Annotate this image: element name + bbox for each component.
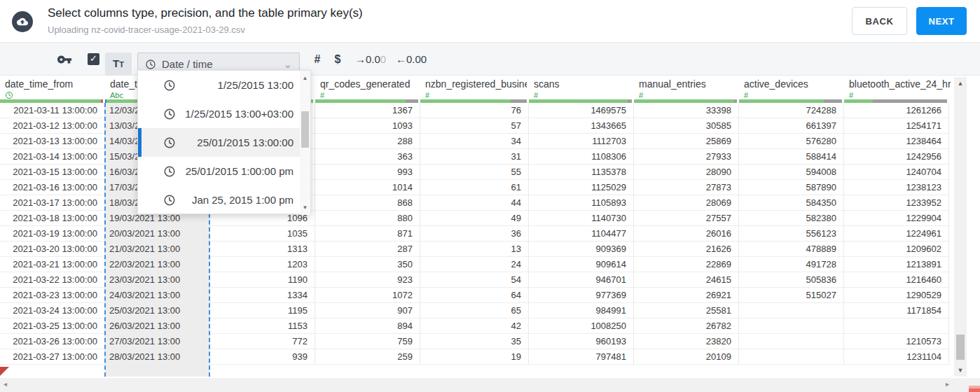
table-cell[interactable]: 797481: [529, 349, 634, 364]
table-cell[interactable]: 28090: [634, 164, 739, 179]
table-cell[interactable]: 939: [210, 349, 315, 364]
table-cell[interactable]: 1313: [210, 241, 315, 256]
table-cell[interactable]: [739, 318, 844, 333]
table-cell[interactable]: 1108306: [529, 149, 634, 164]
table-cell[interactable]: [739, 303, 844, 318]
table-cell[interactable]: 1213891: [844, 257, 949, 272]
dropdown-item[interactable]: Jan 25, 2015 1:00 pm: [138, 186, 301, 214]
primary-key-icon[interactable]: [55, 43, 74, 76]
table-cell[interactable]: 724288: [739, 103, 844, 118]
table-cell[interactable]: 61: [420, 180, 529, 195]
table-cell[interactable]: 57: [420, 118, 529, 133]
table-cell[interactable]: 26921: [634, 288, 739, 302]
table-cell[interactable]: 478889: [739, 241, 844, 256]
table-cell[interactable]: 1469575: [529, 103, 634, 118]
table-cell[interactable]: 2021-03-21 13:00:00: [0, 257, 105, 272]
integer-type-button[interactable]: #: [309, 43, 326, 76]
decrease-decimal-button[interactable]: ←0.00: [396, 43, 427, 76]
table-cell[interactable]: 1153: [210, 318, 315, 333]
table-cell[interactable]: 20109: [634, 349, 739, 364]
table-cell[interactable]: 960193: [529, 334, 634, 349]
table-cell[interactable]: [844, 318, 949, 333]
dropdown-scrollbar-thumb[interactable]: [301, 111, 309, 148]
table-cell[interactable]: 31: [420, 149, 529, 164]
vertical-scrollbar-thumb[interactable]: [956, 335, 965, 360]
table-cell[interactable]: 946701: [529, 272, 634, 287]
table-cell[interactable]: 1216460: [844, 272, 949, 287]
table-cell[interactable]: 1238123: [844, 180, 949, 195]
table-cell[interactable]: 1125029: [529, 180, 634, 195]
table-cell[interactable]: 42: [420, 318, 529, 333]
table-cell[interactable]: 1224961: [844, 226, 949, 241]
table-cell[interactable]: 30585: [634, 118, 739, 133]
table-cell[interactable]: 350: [315, 257, 420, 272]
table-cell[interactable]: 65: [420, 303, 529, 318]
currency-type-button[interactable]: $: [329, 43, 346, 76]
table-cell[interactable]: 515027: [739, 288, 844, 302]
table-cell[interactable]: 2021-03-23 13:00:00: [0, 288, 105, 302]
table-cell[interactable]: 2021-03-26 13:00:00: [0, 334, 105, 349]
table-cell[interactable]: 1334: [210, 288, 315, 302]
table-cell[interactable]: 26016: [634, 226, 739, 241]
table-cell[interactable]: 76: [420, 103, 529, 118]
table-cell[interactable]: 1203: [210, 257, 315, 272]
table-cell[interactable]: 259: [315, 349, 420, 364]
table-cell[interactable]: 894: [315, 318, 420, 333]
table-cell[interactable]: 1093: [315, 118, 420, 133]
table-cell[interactable]: 23/03/2021 13:00: [105, 272, 210, 287]
table-cell[interactable]: 44: [420, 195, 529, 210]
table-cell[interactable]: 993: [315, 164, 420, 179]
table-cell[interactable]: 584350: [739, 195, 844, 210]
table-cell[interactable]: 2021-03-14 13:00:00: [0, 149, 105, 164]
table-cell[interactable]: 36: [420, 226, 529, 241]
table-cell[interactable]: 13: [420, 241, 529, 256]
table-cell[interactable]: 772: [210, 334, 315, 349]
table-cell[interactable]: [739, 334, 844, 349]
dropdown-scrollbar[interactable]: ▲ ▼: [300, 71, 310, 215]
table-cell[interactable]: 491728: [739, 257, 844, 272]
table-cell[interactable]: 35: [420, 334, 529, 349]
table-cell[interactable]: 25581: [634, 303, 739, 318]
text-type-button[interactable]: Tt: [105, 52, 132, 76]
table-cell[interactable]: 1209602: [844, 241, 949, 256]
table-cell[interactable]: 2021-03-19 13:00:00: [0, 226, 105, 241]
table-cell[interactable]: 880: [315, 211, 420, 225]
table-cell[interactable]: 33398: [634, 103, 739, 118]
table-cell[interactable]: 20/03/2021 13:00: [105, 226, 210, 241]
table-cell[interactable]: 1171854: [844, 303, 949, 318]
dropdown-item[interactable]: 1/25/2015 13:00+03:00: [138, 99, 301, 128]
table-cell[interactable]: 2021-03-24 13:00:00: [0, 303, 105, 318]
table-cell[interactable]: 28069: [634, 195, 739, 210]
scroll-up-icon[interactable]: ▲: [300, 75, 310, 81]
table-cell[interactable]: 288: [315, 134, 420, 148]
vertical-scrollbar[interactable]: ▲ ▼: [954, 77, 967, 377]
table-cell[interactable]: 27/03/2021 13:00: [105, 334, 210, 349]
increase-decimal-button[interactable]: →0.00: [355, 43, 386, 76]
table-cell[interactable]: 594008: [739, 164, 844, 179]
table-cell[interactable]: 1140730: [529, 211, 634, 225]
table-cell[interactable]: 2021-03-22 13:00:00: [0, 272, 105, 287]
table-cell[interactable]: 27873: [634, 180, 739, 195]
table-cell[interactable]: 55: [420, 164, 529, 179]
table-cell[interactable]: 1112703: [529, 134, 634, 148]
table-cell[interactable]: 287: [315, 241, 420, 256]
table-cell[interactable]: 1254171: [844, 118, 949, 133]
table-cell[interactable]: 1242956: [844, 149, 949, 164]
dropdown-item[interactable]: 1/25/2015 13:00: [138, 71, 301, 99]
column-header-date_time_from[interactable]: date_time_from: [0, 76, 105, 103]
include-column-checkbox[interactable]: ✓: [88, 53, 99, 65]
table-cell[interactable]: 2021-03-20 13:00:00: [0, 241, 105, 256]
table-cell[interactable]: 1233952: [844, 195, 949, 210]
table-cell[interactable]: 25/03/2021 13:00: [105, 303, 210, 318]
table-cell[interactable]: 759: [315, 334, 420, 349]
scroll-up-icon[interactable]: ▲: [954, 80, 967, 87]
table-cell[interactable]: 22869: [634, 257, 739, 272]
table-cell[interactable]: 1104477: [529, 226, 634, 241]
table-cell[interactable]: 27933: [634, 149, 739, 164]
table-cell[interactable]: 556123: [739, 226, 844, 241]
table-cell[interactable]: 2021-03-16 13:00:00: [0, 180, 105, 195]
table-cell[interactable]: 22/03/2021 13:00: [105, 257, 210, 272]
table-cell[interactable]: 661397: [739, 118, 844, 133]
table-cell[interactable]: 984991: [529, 303, 634, 318]
table-cell[interactable]: 1367: [315, 103, 420, 118]
